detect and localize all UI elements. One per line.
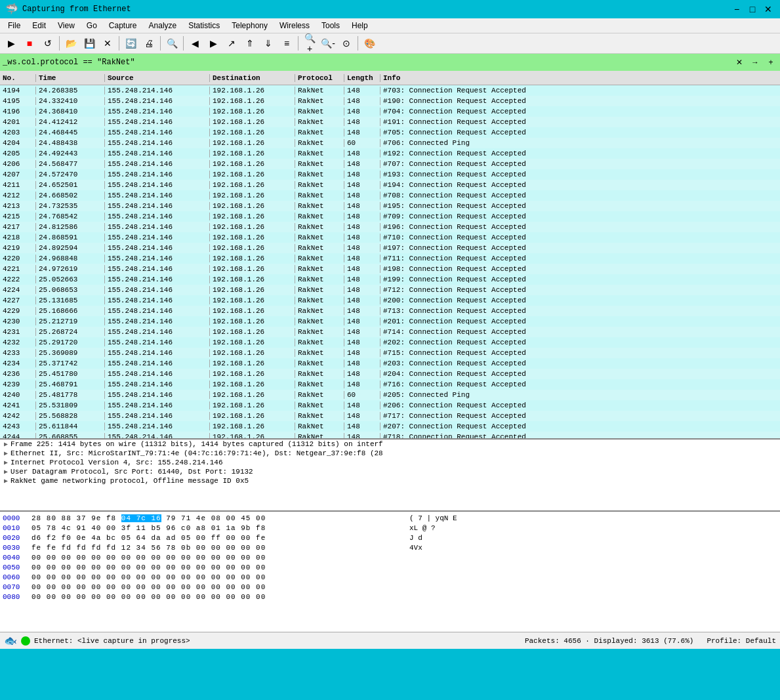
table-row[interactable]: 4239 25.468791 155.248.214.146 192.168.1…	[0, 379, 780, 390]
zoom-out-button[interactable]: 🔍-	[319, 35, 337, 52]
expand-icon: ▶	[4, 477, 8, 485]
table-row[interactable]: 4220 24.968848 155.248.214.146 192.168.1…	[0, 253, 780, 264]
app-icon: 🦈	[5, 3, 18, 16]
cell-info: #709: Connection Request Accepted	[380, 213, 780, 220]
history-button[interactable]: ≡	[278, 35, 295, 52]
zoom-in-button[interactable]: 🔍+	[301, 35, 318, 52]
cell-protocol: RakNet	[295, 171, 344, 178]
menu-item-telephony[interactable]: Telephony	[226, 18, 273, 33]
table-row[interactable]: 4207 24.572470 155.248.214.146 192.168.1…	[0, 169, 780, 180]
table-row[interactable]: 4195 24.332410 155.248.214.146 192.168.1…	[0, 96, 780, 106]
table-row[interactable]: 4240 25.481778 155.248.214.146 192.168.1…	[0, 390, 780, 400]
col-header-no[interactable]: No.	[0, 74, 36, 82]
filter-input[interactable]	[3, 56, 730, 69]
table-row[interactable]: 4222 25.052663 155.248.214.146 192.168.1…	[0, 274, 780, 285]
expand-icon: ▶	[4, 449, 8, 457]
table-row[interactable]: 4229 25.168666 155.248.214.146 192.168.1…	[0, 306, 780, 316]
last-packet-button[interactable]: ⇓	[260, 35, 277, 52]
cell-no: 4221	[0, 265, 36, 273]
table-row[interactable]: 4219 24.892594 155.248.214.146 192.168.1…	[0, 243, 780, 253]
menu-item-go[interactable]: Go	[81, 18, 102, 33]
col-header-destination[interactable]: Destination	[210, 74, 295, 82]
table-row[interactable]: 4215 24.768542 155.248.214.146 192.168.1…	[0, 211, 780, 222]
table-row[interactable]: 4233 25.369089 155.248.214.146 192.168.1…	[0, 348, 780, 358]
table-row[interactable]: 4243 25.611844 155.248.214.146 192.168.1…	[0, 421, 780, 432]
table-row[interactable]: 4241 25.531809 155.248.214.146 192.168.1…	[0, 400, 780, 411]
table-row[interactable]: 4230 25.212719 155.248.214.146 192.168.1…	[0, 316, 780, 327]
table-row[interactable]: 4227 25.131685 155.248.214.146 192.168.1…	[0, 295, 780, 306]
menu-item-view[interactable]: View	[52, 18, 80, 33]
menu-item-wireless[interactable]: Wireless	[274, 18, 315, 33]
table-row[interactable]: 4203 24.468445 155.248.214.146 192.168.1…	[0, 127, 780, 138]
table-row[interactable]: 4212 24.668502 155.248.214.146 192.168.1…	[0, 190, 780, 201]
table-row[interactable]: 4201 24.412412 155.248.214.146 192.168.1…	[0, 117, 780, 127]
table-row[interactable]: 4242 25.568828 155.248.214.146 192.168.1…	[0, 411, 780, 421]
cell-length: 148	[344, 381, 380, 388]
table-row[interactable]: 4196 24.368410 155.248.214.146 192.168.1…	[0, 106, 780, 117]
menu-item-tools[interactable]: Tools	[316, 18, 345, 33]
col-header-length[interactable]: Length	[344, 74, 380, 82]
menu-item-edit[interactable]: Edit	[27, 18, 51, 33]
menu-item-file[interactable]: File	[3, 18, 26, 33]
table-row[interactable]: 4224 25.068653 155.248.214.146 192.168.1…	[0, 285, 780, 295]
table-row[interactable]: 4211 24.652501 155.248.214.146 192.168.1…	[0, 180, 780, 190]
col-header-source[interactable]: Source	[105, 74, 210, 82]
print-button[interactable]: 🖨	[140, 35, 157, 52]
filter-save-button[interactable]: +	[764, 56, 777, 69]
filter-clear-button[interactable]: ✕	[733, 56, 746, 69]
minimize-button[interactable]: −	[730, 3, 743, 16]
list-item[interactable]: ▶Internet Protocol Version 4, Src: 155.2…	[0, 458, 780, 467]
filter-apply-button[interactable]: →	[749, 56, 762, 69]
table-row[interactable]: 4206 24.568477 155.248.214.146 192.168.1…	[0, 159, 780, 169]
zoom-reset-button[interactable]: ⊙	[338, 35, 355, 52]
go-to-button[interactable]: ↗	[223, 35, 240, 52]
stop-capture-button[interactable]: ■	[21, 35, 38, 52]
table-row[interactable]: 4205 24.492443 155.248.214.146 192.168.1…	[0, 148, 780, 159]
menu-item-help[interactable]: Help	[346, 18, 373, 33]
table-row[interactable]: 4244 25.668855 155.248.214.146 192.168.1…	[0, 432, 780, 438]
close-file-button[interactable]: ✕	[99, 35, 116, 52]
cell-protocol: RakNet	[295, 223, 344, 231]
menu-item-analyze[interactable]: Analyze	[144, 18, 182, 33]
menu-item-statistics[interactable]: Statistics	[183, 18, 225, 33]
table-row[interactable]: 4218 24.868591 155.248.214.146 192.168.1…	[0, 232, 780, 243]
start-capture-button[interactable]: ▶	[3, 35, 20, 52]
col-header-protocol[interactable]: Protocol	[295, 74, 344, 82]
restart-capture-button[interactable]: ↺	[39, 35, 56, 52]
go-forward-button[interactable]: ▶	[205, 35, 222, 52]
find-button[interactable]: 🔍	[163, 35, 180, 52]
table-row[interactable]: 4232 25.291720 155.248.214.146 192.168.1…	[0, 337, 780, 348]
table-row[interactable]: 4221 24.972619 155.248.214.146 192.168.1…	[0, 264, 780, 274]
open-button[interactable]: 📂	[62, 35, 79, 52]
table-row[interactable]: 4234 25.371742 155.248.214.146 192.168.1…	[0, 358, 780, 369]
col-header-info[interactable]: Info	[380, 74, 780, 82]
table-row[interactable]: 4204 24.488438 155.248.214.146 192.168.1…	[0, 138, 780, 148]
table-row[interactable]: 4236 25.451780 155.248.214.146 192.168.1…	[0, 369, 780, 379]
list-item[interactable]: ▶RakNet game networking protocol, Offlin…	[0, 476, 780, 485]
cell-no: 4231	[0, 328, 36, 336]
save-button[interactable]: 💾	[81, 35, 98, 52]
list-item[interactable]: ▶Frame 225: 1414 bytes on wire (11312 bi…	[0, 440, 780, 449]
cell-time: 24.812586	[36, 223, 105, 231]
reload-button[interactable]: 🔄	[122, 35, 139, 52]
list-item[interactable]: ▶User Datagram Protocol, Src Port: 61440…	[0, 467, 780, 476]
coloring-button[interactable]: 🎨	[361, 35, 378, 52]
go-back-button[interactable]: ◀	[186, 35, 203, 52]
first-packet-button[interactable]: ⇑	[241, 35, 258, 52]
cell-length: 148	[344, 234, 380, 241]
cell-length: 148	[344, 286, 380, 294]
table-row[interactable]: 4213 24.732535 155.248.214.146 192.168.1…	[0, 201, 780, 211]
titlebar-controls: − □ ✕	[730, 3, 775, 16]
toolbar-sep-4	[183, 36, 184, 51]
cell-time: 25.531809	[36, 401, 105, 409]
cell-no: 4203	[0, 129, 36, 136]
table-row[interactable]: 4194 24.268385 155.248.214.146 192.168.1…	[0, 85, 780, 96]
list-item[interactable]: ▶Ethernet II, Src: MicroStarINT_79:71:4e…	[0, 449, 780, 458]
close-button[interactable]: ✕	[762, 3, 775, 16]
table-row[interactable]: 4231 25.268724 155.248.214.146 192.168.1…	[0, 327, 780, 337]
menu-item-capture[interactable]: Capture	[104, 18, 142, 33]
col-header-time[interactable]: Time	[36, 74, 105, 82]
maximize-button[interactable]: □	[746, 3, 759, 16]
table-row[interactable]: 4217 24.812586 155.248.214.146 192.168.1…	[0, 222, 780, 232]
packet-list-body[interactable]: 4194 24.268385 155.248.214.146 192.168.1…	[0, 85, 780, 438]
